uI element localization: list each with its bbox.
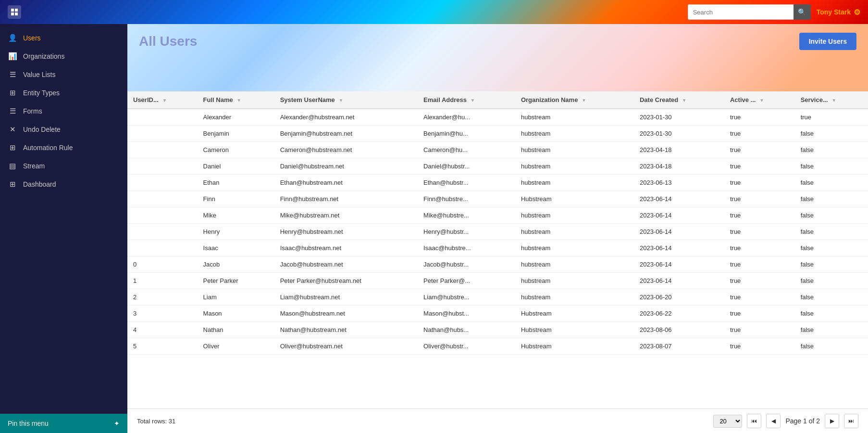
cell-email: Liam@hubstre... xyxy=(418,289,515,306)
sidebar-item-stream-label: Stream xyxy=(23,162,45,170)
cell-email: Cameron@hu... xyxy=(418,142,515,158)
cell-email: Benjamin@hu... xyxy=(418,126,515,142)
table-row[interactable]: Mike Mike@hubstream.net Mike@hubstre... … xyxy=(127,207,868,224)
sidebar-item-undo-delete[interactable]: ✕ Undo Delete xyxy=(0,120,127,139)
last-page-button[interactable]: ⏭ xyxy=(844,414,858,428)
cell-fullname: Mike xyxy=(198,207,274,224)
stream-icon: ▤ xyxy=(8,162,17,170)
cell-email: Alexander@hu... xyxy=(418,109,515,126)
invite-users-button[interactable]: Invite Users xyxy=(799,33,856,50)
sidebar-item-dashboard[interactable]: ⊞ Dashboard xyxy=(0,175,127,193)
cell-active: true xyxy=(724,191,795,207)
search-button[interactable]: 🔍 xyxy=(794,4,811,20)
page-info: Page 1 of 2 xyxy=(785,417,820,425)
table-row[interactable]: Henry Henry@hubstream.net Henry@hubstr..… xyxy=(127,224,868,240)
cell-service: false xyxy=(795,126,868,142)
cell-service: false xyxy=(795,273,868,289)
cell-systemusername: Henry@hubstream.net xyxy=(274,224,418,240)
col-orgname-sort: ▼ xyxy=(582,98,586,103)
col-email-sort: ▼ xyxy=(471,98,475,103)
cell-orgname: Hubstream xyxy=(515,338,634,355)
table-row[interactable]: Alexander Alexander@hubstream.net Alexan… xyxy=(127,109,868,126)
cell-orgname: hubstream xyxy=(515,158,634,175)
prev-page-button[interactable]: ◀ xyxy=(766,414,781,428)
col-datecreated-label: Date Created xyxy=(640,96,678,103)
sidebar: 👤 Users 📊 Organizations ☰ Value Lists ⊞ … xyxy=(0,24,127,433)
cell-orgname: hubstream xyxy=(515,273,634,289)
cell-systemusername: Oliver@hubstream.net xyxy=(274,338,418,355)
cell-orgname: Hubstream xyxy=(515,322,634,338)
table-row[interactable]: Ethan Ethan@hubstream.net Ethan@hubstr..… xyxy=(127,175,868,191)
cell-service: true xyxy=(795,109,868,126)
sidebar-item-forms[interactable]: ☰ Forms xyxy=(0,102,127,120)
cell-active: true xyxy=(724,273,795,289)
sidebar-item-undo-delete-label: Undo Delete xyxy=(23,126,61,133)
table-row[interactable]: 3 Mason Mason@hubstream.net Mason@hubst.… xyxy=(127,306,868,322)
cell-email: Isaac@hubstre... xyxy=(418,240,515,256)
cell-service: false xyxy=(795,240,868,256)
cell-email: Peter Parker@... xyxy=(418,273,515,289)
cell-service: false xyxy=(795,158,868,175)
undo-delete-icon: ✕ xyxy=(8,125,17,134)
col-email[interactable]: Email Address ▼ xyxy=(418,91,515,109)
svg-rect-3 xyxy=(15,13,18,15)
col-email-label: Email Address xyxy=(423,96,467,103)
cell-userid xyxy=(127,126,198,142)
cell-service: false xyxy=(795,256,868,273)
cell-fullname: Mason xyxy=(198,306,274,322)
col-userid-label: UserID... xyxy=(133,96,159,103)
cell-fullname: Daniel xyxy=(198,158,274,175)
cell-datecreated: 2023-06-14 xyxy=(634,273,724,289)
table-row[interactable]: 5 Oliver Oliver@hubstream.net Oliver@hub… xyxy=(127,338,868,355)
col-service[interactable]: Service... ▼ xyxy=(795,91,868,109)
table-row[interactable]: Benjamin Benjamin@hubstream.net Benjamin… xyxy=(127,126,868,142)
col-fullname-sort: ▼ xyxy=(236,98,241,103)
user-name: Tony Stark xyxy=(817,8,851,16)
table-row[interactable]: 4 Nathan Nathan@hubstream.net Nathan@hub… xyxy=(127,322,868,338)
table-row[interactable]: Finn Finn@hubstream.net Finn@hubstre... … xyxy=(127,191,868,207)
table-row[interactable]: 1 Peter Parker Peter Parker@hubstream.ne… xyxy=(127,273,868,289)
automation-rule-icon: ⊞ xyxy=(8,143,17,152)
pin-menu[interactable]: Pin this menu ✦ xyxy=(0,414,127,433)
cell-fullname: Cameron xyxy=(198,142,274,158)
col-orgname[interactable]: Organization Name ▼ xyxy=(515,91,634,109)
table-row[interactable]: 2 Liam Liam@hubstream.net Liam@hubstre..… xyxy=(127,289,868,306)
table-row[interactable]: Daniel Daniel@hubstream.net Daniel@hubst… xyxy=(127,158,868,175)
sidebar-item-stream[interactable]: ▤ Stream xyxy=(0,157,127,175)
col-systemusername[interactable]: System UserName ▼ xyxy=(274,91,418,109)
cell-userid xyxy=(127,224,198,240)
page-title: All Users xyxy=(139,34,197,49)
cell-email: Ethan@hubstr... xyxy=(418,175,515,191)
col-datecreated[interactable]: Date Created ▼ xyxy=(634,91,724,109)
search-input[interactable] xyxy=(688,4,794,20)
col-service-label: Service... xyxy=(801,96,828,103)
sidebar-item-entity-types[interactable]: ⊞ Entity Types xyxy=(0,84,127,102)
sidebar-item-users[interactable]: 👤 Users xyxy=(0,29,127,47)
cell-datecreated: 2023-06-14 xyxy=(634,207,724,224)
cell-orgname: hubstream xyxy=(515,256,634,273)
cell-userid: 1 xyxy=(127,273,198,289)
cell-email: Nathan@hubs... xyxy=(418,322,515,338)
cell-email: Daniel@hubstr... xyxy=(418,158,515,175)
table-footer: Total rows: 31 20 10 50 100 ⏮ ◀ Page 1 o… xyxy=(127,408,868,433)
table-row[interactable]: Cameron Cameron@hubstream.net Cameron@hu… xyxy=(127,142,868,158)
total-rows: Total rows: 31 xyxy=(137,418,175,425)
cell-datecreated: 2023-01-30 xyxy=(634,109,724,126)
first-page-button[interactable]: ⏮ xyxy=(747,414,761,428)
col-active[interactable]: Active ... ▼ xyxy=(724,91,795,109)
cell-systemusername: Benjamin@hubstream.net xyxy=(274,126,418,142)
cell-systemusername: Cameron@hubstream.net xyxy=(274,142,418,158)
col-fullname[interactable]: Full Name ▼ xyxy=(198,91,274,109)
table-row[interactable]: 0 Jacob Jacob@hubstream.net Jacob@hubstr… xyxy=(127,256,868,273)
gear-icon[interactable]: ⚙ xyxy=(854,8,860,17)
sidebar-item-value-lists[interactable]: ☰ Value Lists xyxy=(0,65,127,84)
page-size-select[interactable]: 20 10 50 100 xyxy=(713,415,742,428)
table-row[interactable]: Isaac Isaac@hubstream.net Isaac@hubstre.… xyxy=(127,240,868,256)
col-userid[interactable]: UserID... ▼ xyxy=(127,91,198,109)
sidebar-item-automation-rule[interactable]: ⊞ Automation Rule xyxy=(0,139,127,157)
cell-orgname: hubstream xyxy=(515,289,634,306)
cell-datecreated: 2023-06-20 xyxy=(634,289,724,306)
dashboard-icon: ⊞ xyxy=(8,180,17,189)
sidebar-item-organizations[interactable]: 📊 Organizations xyxy=(0,47,127,65)
next-page-button[interactable]: ▶ xyxy=(825,414,839,428)
